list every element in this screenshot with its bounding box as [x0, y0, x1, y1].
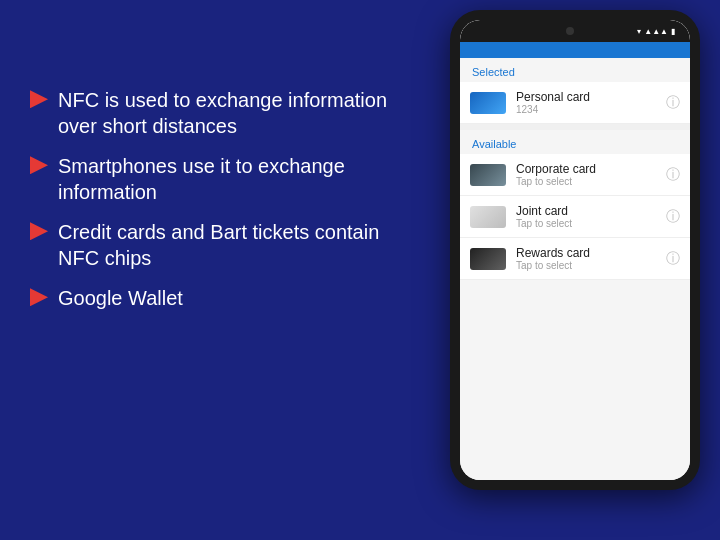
card-item-1-1[interactable]: Joint cardTap to selectⓘ [460, 196, 690, 238]
screen-content: SelectedPersonal card1234ⓘAvailableCorpo… [460, 58, 690, 480]
bullet-icon [30, 222, 48, 240]
section-label-0: Selected [460, 58, 690, 82]
card-sub: 1234 [516, 104, 656, 115]
wifi-icon: ▾ [637, 27, 641, 36]
bullet-icon [30, 156, 48, 174]
page-title [30, 20, 420, 63]
card-item-0-0: Personal card1234ⓘ [460, 82, 690, 124]
card-info: Joint cardTap to select [516, 204, 656, 229]
phone-camera [566, 27, 574, 35]
bullet-icon [30, 288, 48, 306]
phone-mockup: ▾ ▲▲▲ ▮ SelectedPersonal card1234ⓘAvaila… [450, 10, 700, 490]
status-bar-right: ▾ ▲▲▲ ▮ [637, 27, 678, 36]
bullet-text: NFC is used to exchange information over… [58, 87, 420, 139]
left-panel: NFC is used to exchange information over… [30, 20, 420, 325]
signal-icon: ▲▲▲ [644, 27, 668, 36]
info-icon[interactable]: ⓘ [666, 208, 680, 226]
card-name: Corporate card [516, 162, 656, 176]
card-info: Rewards cardTap to select [516, 246, 656, 271]
card-sub: Tap to select [516, 260, 656, 271]
card-sub: Tap to select [516, 218, 656, 229]
card-thumbnail [470, 206, 506, 228]
bullet-item-4: Google Wallet [30, 285, 420, 311]
card-name: Joint card [516, 204, 656, 218]
info-icon[interactable]: ⓘ [666, 166, 680, 184]
card-info: Personal card1234 [516, 90, 656, 115]
card-name: Personal card [516, 90, 656, 104]
card-name: Rewards card [516, 246, 656, 260]
status-bar: ▾ ▲▲▲ ▮ [460, 20, 690, 42]
card-info: Corporate cardTap to select [516, 162, 656, 187]
bullet-item-3: Credit cards and Bart tickets contain NF… [30, 219, 420, 271]
card-item-1-0[interactable]: Corporate cardTap to selectⓘ [460, 154, 690, 196]
card-thumbnail [470, 92, 506, 114]
battery-icon: ▮ [671, 27, 675, 36]
phone-screen: ▾ ▲▲▲ ▮ SelectedPersonal card1234ⓘAvaila… [460, 20, 690, 480]
card-sub: Tap to select [516, 176, 656, 187]
bullet-text: Credit cards and Bart tickets contain NF… [58, 219, 420, 271]
bullet-text: Google Wallet [58, 285, 183, 311]
bullet-icon [30, 90, 48, 108]
card-item-1-2[interactable]: Rewards cardTap to selectⓘ [460, 238, 690, 280]
bullet-item-1: NFC is used to exchange information over… [30, 87, 420, 139]
card-thumbnail [470, 248, 506, 270]
info-icon[interactable]: ⓘ [666, 94, 680, 112]
bullet-text: Smartphones use it to exchange informati… [58, 153, 420, 205]
section-label-1: Available [460, 130, 690, 154]
info-icon[interactable]: ⓘ [666, 250, 680, 268]
bullet-item-2: Smartphones use it to exchange informati… [30, 153, 420, 205]
bullet-list: NFC is used to exchange information over… [30, 87, 420, 311]
app-header [460, 42, 690, 58]
card-thumbnail [470, 164, 506, 186]
